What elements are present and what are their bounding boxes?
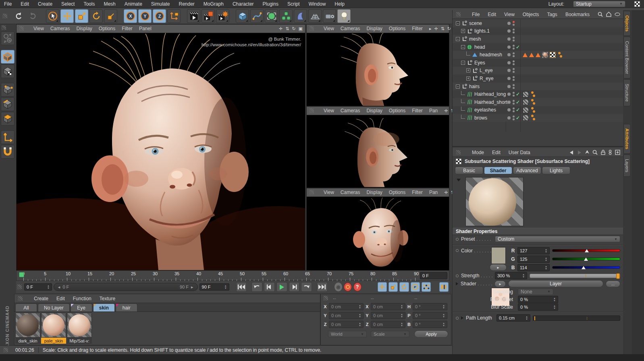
mode-toolbar-grip[interactable] bbox=[1, 25, 6, 30]
tab-layers[interactable]: Layers bbox=[623, 155, 631, 177]
om-menu-objects[interactable]: Objects bbox=[523, 12, 539, 17]
tab-objects[interactable]: Objects bbox=[623, 11, 631, 36]
mat-menu-edit[interactable]: Edit bbox=[56, 296, 65, 301]
x-axis-lock-button[interactable]: X bbox=[124, 9, 137, 23]
keyframe-selection-button[interactable] bbox=[439, 282, 449, 292]
collapse-preview-icon[interactable] bbox=[457, 179, 461, 182]
material-pale-skin[interactable]: pale_skin bbox=[41, 313, 66, 344]
blur-offset-field[interactable]: 0 %▲▼ bbox=[518, 296, 558, 303]
collapse-icon[interactable]: − bbox=[456, 21, 460, 25]
move-tool-button[interactable] bbox=[60, 9, 74, 23]
render-visibility-dot[interactable] bbox=[513, 47, 515, 50]
search-icon[interactable] bbox=[598, 12, 603, 17]
keyframe-toggle-icon[interactable] bbox=[456, 238, 459, 241]
tree-row-hairs[interactable]: −hairs bbox=[453, 83, 623, 91]
enable-axis-button[interactable] bbox=[1, 130, 15, 144]
editor-visibility-dot[interactable] bbox=[513, 116, 515, 118]
prev-key-button[interactable] bbox=[251, 282, 262, 292]
vp-menu-display[interactable]: Display bbox=[76, 26, 92, 31]
enabled-check-icon[interactable]: ✓ bbox=[515, 98, 521, 106]
strength-slider[interactable] bbox=[530, 274, 620, 278]
position-z-field[interactable]: 0 cm▲▼ bbox=[329, 321, 364, 328]
add-camera-button[interactable] bbox=[323, 9, 336, 23]
overflow-icon[interactable]: ▸ bbox=[429, 26, 432, 31]
render-settings-button[interactable] bbox=[216, 9, 229, 23]
hair-material-tag-icon[interactable] bbox=[523, 91, 529, 97]
vertex-map-tag-icon[interactable] bbox=[530, 91, 535, 97]
scale-z-field[interactable]: 0 cm▲▼ bbox=[371, 321, 405, 328]
material-mip-sat[interactable]: Mip/Sat-v: bbox=[67, 313, 92, 344]
play-button[interactable] bbox=[276, 282, 287, 292]
b-field[interactable]: 114▲▼ bbox=[517, 264, 550, 271]
orbit-icon[interactable]: ↻ bbox=[292, 26, 295, 31]
section-shader-properties[interactable]: Shader Properties bbox=[453, 228, 623, 235]
tree-row-hairhead-long[interactable]: Hairhead_long✓ bbox=[453, 90, 623, 98]
vp-menu-filter[interactable]: Filter bbox=[412, 190, 423, 195]
tree-row-lights[interactable]: +lights.1 bbox=[453, 27, 623, 35]
up-icon[interactable] bbox=[585, 150, 589, 155]
autokey-button[interactable] bbox=[344, 283, 352, 291]
tab-advanced[interactable]: Advanced bbox=[513, 167, 541, 174]
render-visibility-dot[interactable] bbox=[513, 39, 515, 41]
current-frame-field[interactable]: 0 F bbox=[420, 272, 447, 279]
mat-menu-function[interactable]: Function bbox=[73, 296, 91, 301]
viewport-perspective[interactable]: View Cameras Display Options Filter Pane… bbox=[16, 24, 305, 270]
add-environment-button[interactable] bbox=[308, 9, 322, 23]
keyframe-toggle-icon[interactable] bbox=[456, 317, 459, 320]
viewport-grip[interactable] bbox=[309, 190, 314, 195]
selection-tag-icon[interactable] bbox=[536, 53, 540, 57]
expand-icon[interactable]: + bbox=[461, 29, 465, 33]
render-visibility-dot[interactable] bbox=[513, 103, 515, 105]
vertex-map-tag-icon[interactable] bbox=[530, 107, 535, 113]
tree-row-hairhead-short[interactable]: Hairhead_short✓ bbox=[453, 98, 623, 106]
menu-plugins[interactable]: Plugins bbox=[263, 1, 278, 7]
vp-menu-panel[interactable]: Panel bbox=[139, 26, 152, 31]
vertex-map-tag-icon[interactable] bbox=[530, 99, 535, 105]
scale-x-field[interactable]: 0 cm▲▼ bbox=[371, 303, 405, 310]
back-icon[interactable] bbox=[569, 151, 574, 155]
tree-row-reye[interactable]: +R_eye bbox=[453, 74, 623, 83]
expand-arrow-icon[interactable] bbox=[461, 316, 463, 320]
viewport-top[interactable]: View Cameras Display Options Filter ▸✛⇅↻… bbox=[306, 24, 449, 106]
z-axis-lock-button[interactable]: Z bbox=[153, 9, 166, 23]
enabled-check-icon[interactable]: ✓ bbox=[515, 90, 521, 98]
key-position-button[interactable] bbox=[378, 282, 387, 292]
add-cube-button[interactable] bbox=[236, 9, 249, 23]
editor-visibility-dot[interactable] bbox=[513, 29, 515, 31]
menu-animate[interactable]: Animate bbox=[125, 1, 142, 7]
rotation-p-field[interactable]: 0 °▲▼ bbox=[413, 312, 447, 319]
live-selection-button[interactable] bbox=[46, 9, 59, 23]
material-dark-skin[interactable]: dark_skin bbox=[15, 313, 40, 344]
hair-material-tag-icon[interactable] bbox=[523, 99, 529, 105]
menu-simulate[interactable]: Simulate bbox=[151, 1, 170, 7]
vp-menu-options[interactable]: Options bbox=[99, 26, 115, 31]
layer-dot[interactable] bbox=[507, 108, 511, 111]
scale-tool-button[interactable] bbox=[75, 9, 88, 23]
om-menu-tags[interactable]: Tags bbox=[547, 12, 557, 17]
last-used-tool-button[interactable] bbox=[104, 9, 117, 23]
key-scale-button[interactable] bbox=[388, 282, 398, 292]
collapse-icon[interactable]: − bbox=[456, 37, 460, 41]
menu-create[interactable]: Create bbox=[38, 1, 52, 7]
path-length-field[interactable]: 0.15 cm▲▼ bbox=[497, 314, 530, 322]
tab-shader[interactable]: Shader bbox=[484, 167, 512, 174]
layout-dropdown[interactable]: Startup▼ bbox=[573, 1, 625, 7]
timeline[interactable]: 051015202530354045505560657075808590 0 F bbox=[16, 270, 449, 281]
menu-character[interactable]: Character bbox=[233, 1, 254, 7]
layer-tab-nolayer[interactable]: No Layer bbox=[38, 303, 70, 311]
coords-mode-dropdown[interactable]: World▼ bbox=[328, 331, 367, 337]
layer-tab-skin[interactable]: skin bbox=[93, 303, 115, 311]
add-light-button[interactable] bbox=[337, 9, 351, 23]
om-menu-file[interactable]: File bbox=[472, 12, 480, 17]
shader-expand-button[interactable]: ▸ bbox=[494, 281, 506, 287]
rotate-tool-button[interactable] bbox=[89, 9, 103, 23]
tab-basic[interactable]: Basic bbox=[455, 167, 483, 174]
vp-menu-cameras[interactable]: Cameras bbox=[341, 26, 360, 31]
strength-field[interactable]: 300 %▲▼ bbox=[495, 272, 527, 279]
material-tag-icon[interactable] bbox=[542, 52, 548, 58]
polygons-mode-button[interactable] bbox=[1, 112, 15, 126]
blur-scale-field[interactable]: 0 %▲▼ bbox=[518, 303, 558, 311]
tab-lights[interactable]: Lights bbox=[542, 167, 570, 174]
menu-tools[interactable]: Tools bbox=[83, 1, 95, 7]
preset-dropdown[interactable]: Custom▼ bbox=[495, 236, 620, 242]
